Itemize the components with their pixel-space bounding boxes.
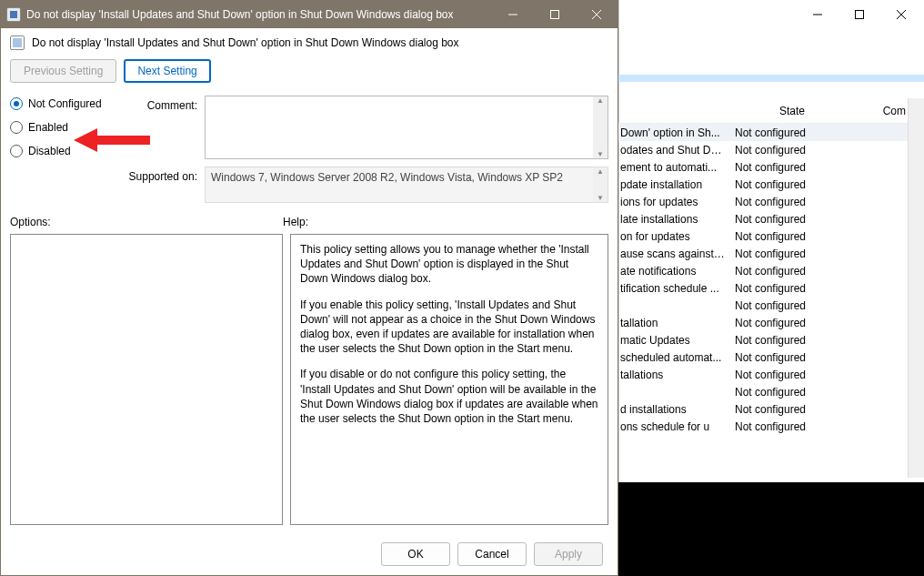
help-paragraph: If you enable this policy setting, 'Inst… (300, 298, 598, 357)
supported-on-value: Windows 7, Windows Server 2008 R2, Windo… (211, 171, 563, 184)
list-item[interactable]: ement to automati...Not configuredN (618, 158, 924, 176)
list-item[interactable]: on for updatesNot configuredN (618, 227, 924, 245)
list-item[interactable]: Not configuredN (618, 383, 924, 400)
supported-scrollbar[interactable]: ▲▼ (593, 167, 608, 202)
options-pane (10, 234, 283, 525)
cell-state: Not configured (726, 196, 871, 208)
radio-enabled[interactable]: Enabled (10, 121, 110, 134)
list-item[interactable]: d installationsNot configuredN (618, 400, 924, 418)
policy-icon (10, 35, 25, 50)
parent-minimize-button[interactable] (797, 0, 839, 29)
comment-scrollbar[interactable]: ▲▼ (593, 96, 608, 158)
supported-on-label: Supported on: (125, 167, 197, 183)
cancel-button[interactable]: Cancel (457, 542, 527, 566)
list-item[interactable]: Not configuredN (618, 297, 924, 314)
radio-label: Not Configured (28, 97, 102, 110)
cell-setting: odates and Shut Do... (620, 144, 726, 157)
cell-setting: tification schedule ... (620, 282, 726, 295)
radio-not-configured[interactable]: Not Configured (10, 97, 110, 110)
cell-setting: matic Updates (620, 334, 726, 347)
cell-state: Not configured (726, 420, 871, 433)
cell-state: Not configured (726, 265, 871, 278)
list-item[interactable]: ons schedule for uNot configuredN (618, 418, 924, 435)
list-item[interactable]: odates and Shut Do...Not configuredN (618, 141, 924, 158)
cell-state: Not configured (726, 248, 871, 260)
comment-textarea[interactable]: ▲▼ (205, 96, 608, 159)
cell-setting: late installations (620, 213, 726, 226)
list-item[interactable]: ause scans against ...Not configuredN (618, 245, 924, 262)
help-paragraph: This policy setting allows you to manage… (300, 242, 598, 287)
cell-setting: d installations (620, 403, 726, 416)
supported-on-text: Windows 7, Windows Server 2008 R2, Windo… (205, 167, 608, 203)
cell-state: Not configured (726, 126, 871, 139)
cell-setting: ions for updates (620, 196, 726, 208)
policy-setting-dialog: Do not display 'Install Updates and Shut… (0, 0, 618, 576)
radio-icon (10, 145, 23, 157)
list-item[interactable]: matic UpdatesNot configuredN (618, 331, 924, 349)
svg-rect-5 (551, 11, 559, 19)
cell-setting: on for updates (620, 230, 726, 243)
column-state[interactable]: State (724, 105, 860, 117)
minimize-button[interactable] (492, 1, 534, 28)
list-item[interactable]: ate notificationsNot configuredN (618, 262, 924, 279)
list-header: State Com (618, 98, 924, 124)
maximize-button[interactable] (534, 1, 576, 28)
list-item[interactable]: ions for updatesNot configuredN (618, 193, 924, 210)
radio-label: Enabled (28, 121, 68, 134)
next-setting-button[interactable]: Next Setting (124, 59, 210, 83)
radio-disabled[interactable]: Disabled (10, 145, 110, 157)
radio-icon (10, 97, 23, 110)
list-item[interactable]: tallationsNot configuredN (618, 366, 924, 383)
cell-state: Not configured (726, 144, 871, 157)
cell-state: Not configured (726, 334, 871, 347)
cell-state: Not configured (726, 161, 871, 174)
parent-titlebar (619, 0, 924, 29)
parent-close-button[interactable] (880, 0, 922, 29)
cell-setting: ate notifications (620, 265, 726, 278)
cell-state: Not configured (726, 230, 871, 243)
cell-setting: Down' option in Sh... (620, 126, 726, 139)
cell-state: Not configured (726, 299, 871, 312)
cell-state: Not configured (726, 351, 871, 364)
cell-state: Not configured (726, 178, 871, 191)
help-paragraph: If you disable or do not configure this … (300, 367, 598, 426)
cell-state: Not configured (726, 282, 871, 295)
list-item[interactable]: pdate installationNot configuredN (618, 176, 924, 193)
selection-bar (618, 75, 924, 82)
cell-setting: tallation (620, 317, 726, 329)
policy-list: State Com Down' option in Sh...Not confi… (618, 98, 924, 478)
vertical-scrollbar[interactable] (908, 98, 924, 478)
list-item[interactable]: Down' option in Sh...Not configuredN (618, 124, 924, 141)
policy-title: Do not display 'Install Updates and Shut… (32, 36, 459, 49)
cell-state: Not configured (726, 317, 871, 329)
options-label: Options: (10, 216, 283, 228)
cell-setting: ons schedule for u (620, 420, 726, 433)
list-item[interactable]: tallationNot configuredN (618, 314, 924, 331)
list-item[interactable]: scheduled automat...Not configuredN (618, 349, 924, 366)
comment-label: Comment: (125, 96, 197, 112)
cell-setting: ement to automati... (620, 161, 726, 174)
radio-label: Disabled (28, 145, 71, 157)
dialog-titlebar[interactable]: Do not display 'Install Updates and Shut… (1, 1, 618, 28)
ok-button[interactable]: OK (381, 542, 450, 566)
list-item[interactable]: tification schedule ...Not configuredN (618, 279, 924, 297)
cell-setting: scheduled automat... (620, 351, 726, 364)
help-label: Help: (283, 216, 308, 228)
cell-setting: ause scans against ... (620, 248, 726, 260)
parent-maximize-button[interactable] (839, 0, 880, 29)
apply-button: Apply (534, 542, 603, 566)
help-pane: This policy setting allows you to manage… (290, 234, 608, 525)
cell-state: Not configured (726, 369, 871, 381)
radio-icon (10, 121, 23, 134)
cell-state: Not configured (726, 403, 871, 416)
policy-window-icon (6, 7, 21, 22)
svg-rect-1 (856, 11, 864, 19)
cell-setting: tallations (620, 369, 726, 381)
close-button[interactable] (576, 1, 618, 28)
cell-state: Not configured (726, 386, 871, 399)
previous-setting-button: Previous Setting (10, 59, 116, 83)
list-item[interactable]: late installationsNot configuredN (618, 210, 924, 227)
dialog-title: Do not display 'Install Updates and Shut… (26, 8, 492, 21)
background-black-area (618, 482, 924, 576)
cell-setting: pdate installation (620, 178, 726, 191)
